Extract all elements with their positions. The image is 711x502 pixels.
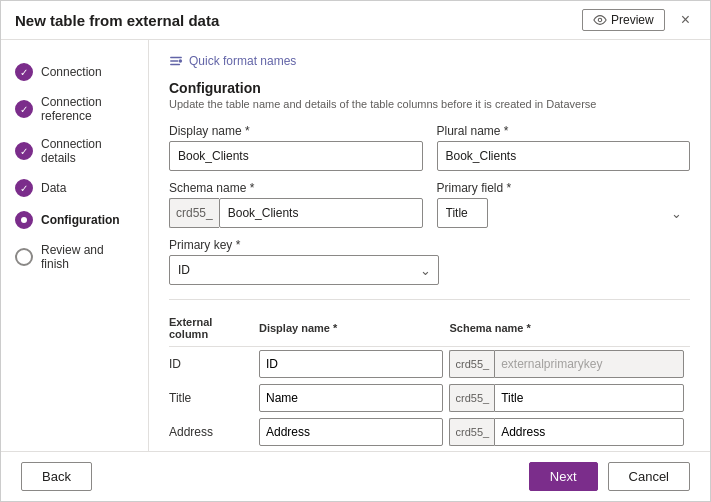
schema-name-input[interactable]	[219, 198, 423, 228]
cancel-button[interactable]: Cancel	[608, 462, 690, 491]
sidebar-item-connection[interactable]: ✓ Connection	[1, 56, 148, 88]
table-row: Titlecrd55_	[169, 381, 690, 415]
format-icon	[169, 54, 183, 68]
primary-field-label: Primary field *	[437, 181, 691, 195]
plural-name-input[interactable]	[437, 141, 691, 171]
form-row-schema-primary: Schema name * crd55_ Primary field * Tit…	[169, 181, 690, 228]
form-row-names: Display name * Plural name *	[169, 124, 690, 171]
step-circle-data: ✓	[15, 179, 33, 197]
section-divider	[169, 299, 690, 300]
col-display-cell	[259, 381, 449, 415]
sidebar-item-connection-details[interactable]: ✓ Connection details	[1, 130, 148, 172]
step-circle-review	[15, 248, 33, 266]
col-schema-input[interactable]	[494, 384, 684, 412]
sidebar-item-configuration[interactable]: Configuration	[1, 204, 148, 236]
col-schema-cell: crd55_	[449, 381, 690, 415]
primary-key-label: Primary key *	[169, 238, 439, 252]
col-schema-input[interactable]	[494, 418, 684, 446]
primary-field-select-wrapper: Title Name ID	[437, 198, 691, 228]
col-schema-cell: crd55_	[449, 347, 690, 382]
step-circle-connection-details: ✓	[15, 142, 33, 160]
dialog-footer: Back Next Cancel	[1, 451, 710, 501]
col-header-schema: Schema name *	[449, 312, 690, 347]
section-desc: Update the table name and details of the…	[169, 98, 690, 110]
schema-name-label: Schema name *	[169, 181, 423, 195]
preview-button[interactable]: Preview	[582, 9, 665, 31]
col-display-input[interactable]	[259, 350, 443, 378]
svg-point-1	[21, 217, 27, 223]
back-button[interactable]: Back	[21, 462, 92, 491]
table-row: Addresscrd55_	[169, 415, 690, 449]
dialog-body: ✓ Connection ✓ Connection reference ✓ Co…	[1, 40, 710, 451]
col-external-cell: ID	[169, 347, 259, 382]
col-external-cell: Address	[169, 415, 259, 449]
active-dot-icon	[19, 215, 29, 225]
columns-table-body: IDcrd55_Titlecrd55_Addresscrd55_Phonecrd…	[169, 347, 690, 452]
table-row: IDcrd55_	[169, 347, 690, 382]
step-circle-connection: ✓	[15, 63, 33, 81]
step-circle-connection-reference: ✓	[15, 100, 33, 118]
plural-name-group: Plural name *	[437, 124, 691, 171]
footer-right: Next Cancel	[529, 462, 690, 491]
display-name-input[interactable]	[169, 141, 423, 171]
col-display-cell	[259, 347, 449, 382]
col-display-cell	[259, 415, 449, 449]
primary-field-group: Primary field * Title Name ID	[437, 181, 691, 228]
sidebar-item-connection-reference[interactable]: ✓ Connection reference	[1, 88, 148, 130]
close-button[interactable]: ×	[675, 9, 696, 31]
columns-table: External column Display name * Schema na…	[169, 312, 690, 451]
step-circle-configuration	[15, 211, 33, 229]
display-name-label: Display name *	[169, 124, 423, 138]
primary-key-wrapper	[169, 255, 439, 285]
col-schema-prefix: crd55_	[449, 350, 494, 378]
main-content: Quick format names Configuration Update …	[149, 40, 710, 451]
col-display-input[interactable]	[259, 384, 443, 412]
header-right: Preview ×	[582, 9, 696, 31]
col-schema-input	[494, 350, 684, 378]
plural-name-label: Plural name *	[437, 124, 691, 138]
col-schema-cell: crd55_	[449, 415, 690, 449]
form-row-primary-key: Primary key *	[169, 238, 690, 285]
col-schema-prefix: crd55_	[449, 418, 494, 446]
dialog: New table from external data Preview × ✓…	[0, 0, 711, 502]
svg-point-2	[179, 59, 183, 63]
section-title: Configuration	[169, 80, 690, 96]
primary-key-input	[169, 255, 439, 285]
display-name-group: Display name *	[169, 124, 423, 171]
col-header-external: External column	[169, 312, 259, 347]
primary-field-select[interactable]: Title Name ID	[437, 198, 488, 228]
preview-icon	[593, 13, 607, 27]
schema-prefix: crd55_	[169, 198, 219, 228]
primary-key-group: Primary key *	[169, 238, 439, 285]
schema-name-group: Schema name * crd55_	[169, 181, 423, 228]
dialog-title: New table from external data	[15, 12, 219, 29]
svg-point-0	[598, 18, 602, 22]
col-external-cell: Title	[169, 381, 259, 415]
sidebar-item-data[interactable]: ✓ Data	[1, 172, 148, 204]
col-display-input[interactable]	[259, 418, 443, 446]
quick-format-button[interactable]: Quick format names	[169, 54, 690, 68]
sidebar: ✓ Connection ✓ Connection reference ✓ Co…	[1, 40, 149, 451]
schema-name-input-row: crd55_	[169, 198, 423, 228]
sidebar-item-review-and-finish[interactable]: Review and finish	[1, 236, 148, 278]
columns-table-head: External column Display name * Schema na…	[169, 312, 690, 347]
col-schema-prefix: crd55_	[449, 384, 494, 412]
col-header-display: Display name *	[259, 312, 449, 347]
next-button[interactable]: Next	[529, 462, 598, 491]
columns-table-header-row: External column Display name * Schema na…	[169, 312, 690, 347]
dialog-header: New table from external data Preview ×	[1, 1, 710, 40]
